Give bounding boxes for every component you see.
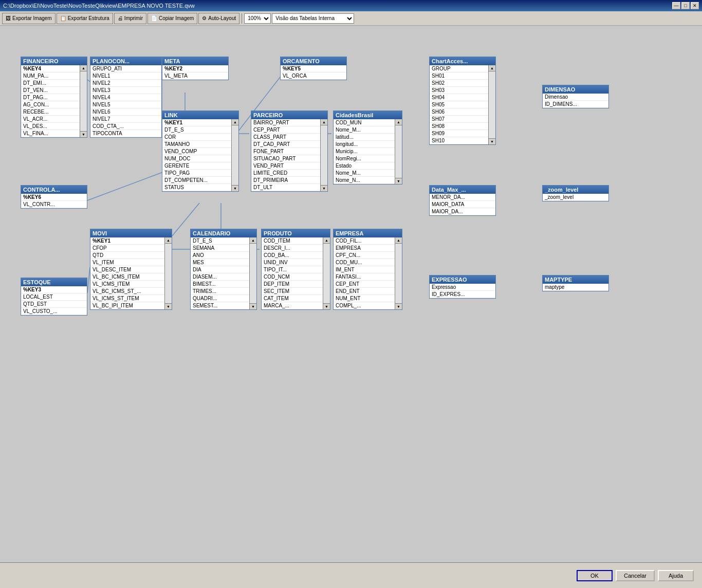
maximize-button[interactable]: □ [681,2,690,9]
table-row: QTD [90,252,164,259]
table-row: AG_CON... [21,101,80,108]
export-image-button[interactable]: 🖼 Exportar Imagem [2,13,56,24]
table-row: FONE_PART [251,148,320,155]
scroll-up[interactable]: ▲ [323,237,330,244]
auto-layout-button[interactable]: ⚙ Auto-Layout [198,13,239,24]
scroll-up[interactable]: ▲ [250,237,256,244]
table-row: DT_ULT [251,184,320,191]
table-row: MAIOR_DATA [430,201,495,208]
table-header-dimensao[interactable]: DIMENSAO [543,85,608,94]
table-row: NIVEL3 [90,87,161,94]
table-row: NIVEL2 [90,80,161,87]
table-empresa: EMPRESA COD_FIL... EMPRESA CPF_CN... COD… [333,229,402,310]
table-row: CLASS_PART [251,134,320,141]
table-header-produto[interactable]: PRODUTO [262,229,330,237]
table-row: SH05 [430,101,488,108]
scroll-down[interactable]: ▼ [395,303,402,309]
scroll-up[interactable]: ▲ [489,65,495,71]
scroll-down[interactable]: ▼ [395,178,402,184]
table-row: DEP_ITEM [262,281,323,288]
print-button[interactable]: 🖨 Imprimir [114,13,146,24]
table-row: %KEY1 [90,237,164,245]
table-row: %KEY4 [21,65,80,72]
table-row: RECEBE... [21,108,80,116]
copy-image-button[interactable]: 📄 Copiar Imagem [147,13,197,24]
table-row: TIPO_IT... [262,266,323,273]
view-select[interactable]: Visão das Tabelas Interna Visão dos Camp… [272,13,354,24]
table-header-calendario[interactable]: CALENDARIO [191,229,256,237]
table-header-movi[interactable]: MOVI [90,229,172,237]
table-produto: PRODUTO COD_ITEM DESCR_I... COD_BA... UN… [261,229,330,310]
scroll-down[interactable]: ▼ [165,303,172,309]
table-header-expressao[interactable]: EXPRESSAO [430,275,495,284]
table-header-chartacces[interactable]: ChartAcces... [430,57,495,65]
table-row: VL_FINA... [21,130,80,137]
table-row: DT_E_S [191,237,249,245]
table-header-link[interactable]: LINK [162,111,238,119]
table-row: maptype [543,284,608,291]
table-header-estoque[interactable]: ESTOQUE [21,278,87,286]
scroll-down[interactable]: ▼ [323,303,330,309]
scroll-up[interactable]: ▲ [321,119,327,125]
table-row: NUM_PA... [21,72,80,80]
help-button[interactable]: Ajuda [658,570,694,581]
scroll-down[interactable]: ▼ [80,131,87,137]
table-row: GROUP [430,65,488,72]
table-chartacces: ChartAcces... GROUP SH01 SH02 SH03 SH04 … [429,57,496,145]
table-row: COD_MUN [334,119,395,126]
table-header-orcamento[interactable]: ORCAMENTO [281,57,346,65]
table-dimensao: DIMENSAO Dimensao ID_DIMENS... [542,85,609,108]
table-row: Dimensao [543,94,608,101]
table-row: SH10 [430,137,488,144]
ok-button[interactable]: OK [577,570,613,581]
table-row: MARCA_... [262,302,323,309]
scroll-down[interactable]: ▼ [489,138,495,144]
close-button[interactable]: ✕ [691,2,699,9]
table-datamax: Data_Max_... MENOR_DA... MAIOR_DATA MAIO… [429,185,496,216]
scroll-down[interactable]: ▼ [321,185,327,191]
table-header-cidadesbrasil[interactable]: CidadesBrasil [334,111,402,119]
table-row: DT_VEN... [21,87,80,94]
table-header-zoomlevel[interactable]: _zoom_level [543,186,608,194]
auto-layout-icon: ⚙ [202,15,207,21]
scroll-down[interactable]: ▼ [250,303,256,309]
table-header-planocon[interactable]: PLANOCON... [90,57,161,65]
table-row: DIASEM... [191,273,249,281]
scroll-down[interactable]: ▼ [232,185,238,191]
scroll-up[interactable]: ▲ [395,119,402,125]
table-estoque: ESTOQUE %KEY3 LOCAL_EST QTD_EST VL_CUSTO… [21,278,87,316]
table-header-datamax[interactable]: Data_Max_... [430,186,495,194]
table-header-parceiro[interactable]: PARCEIRO [251,111,327,119]
scroll-up[interactable]: ▲ [165,237,172,244]
table-row: NomRegi... [334,155,395,162]
table-row: SEC_ITEM [262,288,323,295]
zoom-select[interactable]: 100% 75% 125% 150% [244,13,271,24]
table-row: longitud... [334,141,395,148]
table-row: VL_ICMS_ITEM [90,281,164,288]
export-structure-button[interactable]: 📋 Exportar Estrutura [57,13,113,24]
table-row: VL_BC_ICMS_ST_... [90,288,164,295]
table-row: latitud... [334,134,395,141]
table-row: SH03 [430,87,488,94]
table-header-financeiro[interactable]: FINANCEIRO [21,57,87,65]
table-header-maptype[interactable]: MAPTYPE [543,275,608,284]
window-title: C:\Dropbox\EI\NovoTeste\NovoTesteQlikvie… [3,3,195,9]
table-row: %KEY1 [162,119,231,126]
table-row: Nome_M... [334,126,395,134]
table-row: CPF_CN... [334,252,395,259]
table-row: Expressao [430,284,495,291]
table-row: VEND_COMP [162,148,231,155]
table-row: TIPO_PAG [162,170,231,177]
table-controla: CONTROLA... %KEY6 VL_CONTR... [21,185,87,209]
table-row: COMPL_... [334,302,395,309]
table-row: %KEY3 [21,286,87,293]
scroll-up[interactable]: ▲ [80,65,87,71]
cancel-button[interactable]: Cancelar [616,570,655,581]
minimize-button[interactable]: — [672,2,680,9]
scroll-up[interactable]: ▲ [395,237,402,244]
table-header-meta[interactable]: META [162,57,228,65]
toolbar: 🖼 Exportar Imagem 📋 Exportar Estrutura 🖨… [0,11,702,26]
table-header-empresa[interactable]: EMPRESA [334,229,402,237]
scroll-up[interactable]: ▲ [232,119,238,125]
table-header-controla[interactable]: CONTROLA... [21,186,87,194]
